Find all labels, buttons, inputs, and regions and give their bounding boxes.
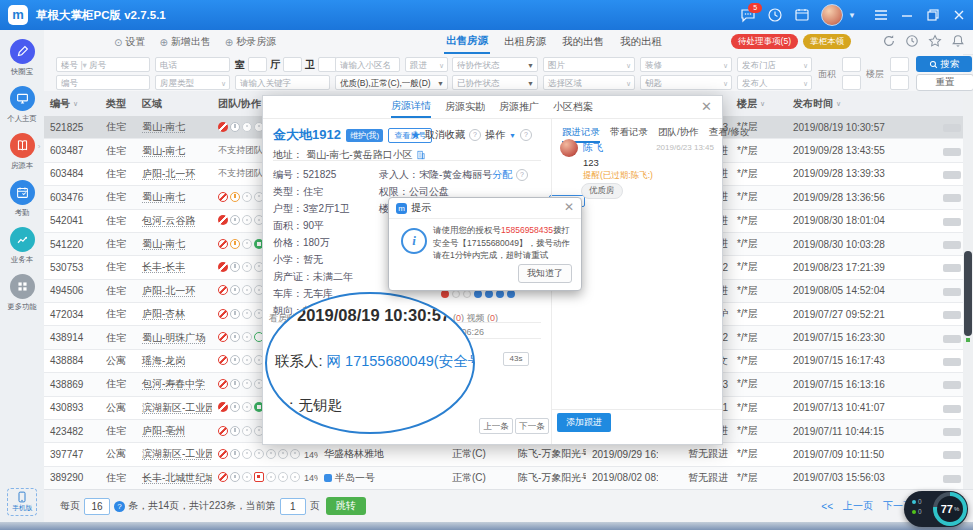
floor-min-input[interactable] <box>890 57 909 72</box>
team-status-icon[interactable] <box>230 215 240 225</box>
team-status-icon[interactable] <box>218 402 228 412</box>
publisher-select[interactable]: 发布人∨ <box>737 75 812 90</box>
team-status-icon[interactable] <box>218 262 228 272</box>
star-icon[interactable] <box>928 34 942 48</box>
team-status-icon[interactable] <box>242 355 252 365</box>
jump-button[interactable]: 跳转 <box>326 497 366 515</box>
community-input[interactable]: 请输入小区名 <box>335 57 400 72</box>
team-status-icon[interactable] <box>218 332 228 342</box>
team-status-icon[interactable] <box>230 449 240 459</box>
refresh-icon[interactable] <box>882 34 896 48</box>
sidebar-item-业务本[interactable]: 业务本 <box>10 227 35 265</box>
team-status-icon[interactable] <box>230 402 240 412</box>
modal-tab-房源实勘[interactable]: 房源实勘 <box>445 97 485 117</box>
team-status-icon[interactable] <box>266 449 276 459</box>
toolbar-action-新增出售[interactable]: ⊕新增出售 <box>159 35 210 49</box>
team-status-icon[interactable] <box>230 262 240 272</box>
performance-gauge-widget[interactable]: 0 0 77 % <box>904 491 968 527</box>
next-item-button[interactable]: 下一条 <box>515 418 549 434</box>
help-icon[interactable]: ? <box>520 129 532 141</box>
team-status-icon[interactable] <box>218 215 228 225</box>
phone-input[interactable]: 电话 <box>155 57 230 72</box>
column-header-id[interactable]: 编号∨ <box>44 91 100 116</box>
team-status-icon[interactable] <box>242 309 252 319</box>
pending-collab-select[interactable]: 待协作状态▼ <box>452 57 538 72</box>
close-icon[interactable] <box>951 7 967 23</box>
add-followup-button[interactable]: 添加跟进 <box>557 413 611 432</box>
team-status-icon[interactable] <box>242 449 252 459</box>
team-status-icon[interactable] <box>290 449 300 459</box>
code-input[interactable]: 编号 <box>56 75 150 90</box>
mobile-version-button[interactable]: 手机版 <box>7 488 38 516</box>
toolbar-action-设置[interactable]: ⊙设置 <box>114 35 145 49</box>
page-input[interactable]: 1 <box>280 498 306 515</box>
rooms-input[interactable] <box>283 57 302 72</box>
avatar-caret-icon[interactable]: ▼ <box>848 11 856 20</box>
modal-tab-房源详情[interactable]: 房源详情 <box>391 96 431 118</box>
favorite-star-icon[interactable]: ★ <box>410 128 421 142</box>
team-status-icon[interactable] <box>242 192 252 202</box>
team-status-icon[interactable] <box>218 309 228 319</box>
team-status-icon[interactable] <box>230 472 240 482</box>
team-status-icon[interactable] <box>230 309 240 319</box>
team-status-icon[interactable] <box>218 192 228 202</box>
picture-select[interactable]: 图片∨ <box>543 57 635 72</box>
alert-ok-button[interactable]: 我知道了 <box>518 264 572 283</box>
team-status-icon[interactable] <box>218 285 228 295</box>
toolbar-action-秒录房源[interactable]: ⊕秒录房源 <box>225 35 276 49</box>
team-status-icon[interactable] <box>242 402 252 412</box>
team-status-icon[interactable] <box>242 332 252 342</box>
contact-phone-link[interactable]: 网 17155680049(安全号)( <box>327 353 475 369</box>
alert-close-icon[interactable]: ✕ <box>564 200 574 214</box>
team-status-icon[interactable] <box>230 239 240 249</box>
publish-store-select[interactable]: 发布门店∨ <box>737 57 812 72</box>
team-status-icon[interactable] <box>230 426 240 436</box>
team-status-icon[interactable] <box>278 472 288 482</box>
keyword-input[interactable]: 请输入关键字 <box>235 75 330 90</box>
column-header-floor[interactable]: 楼层∨ <box>731 91 787 116</box>
team-status-icon[interactable] <box>230 332 240 342</box>
chat-icon[interactable]: 5 <box>740 7 756 23</box>
follow-select[interactable]: 跟进∨ <box>405 57 448 72</box>
team-status-icon[interactable] <box>230 355 240 365</box>
clock-icon[interactable] <box>905 34 919 48</box>
history-icon[interactable] <box>767 7 783 23</box>
team-status-icon[interactable] <box>218 239 228 249</box>
team-status-icon[interactable] <box>242 379 252 389</box>
team-status-icon[interactable] <box>242 215 252 225</box>
perpage-input[interactable]: 16 <box>84 498 110 515</box>
area-min-input[interactable] <box>842 57 861 72</box>
team-status-icon[interactable] <box>230 122 240 132</box>
panel-tab-查看/修改[interactable]: 查看/修改 <box>709 124 750 143</box>
table-row[interactable]: 397747公寓滨湖新区-工业园14%华盛格林雅地正常(C)陈飞-万象阳光号20… <box>44 443 963 466</box>
unfavorite-label[interactable]: 取消收藏 <box>425 128 465 142</box>
team-status-icon[interactable] <box>242 262 252 272</box>
team-status-icon[interactable] <box>278 449 288 459</box>
team-status-icon[interactable] <box>218 355 228 365</box>
team-status-icon[interactable] <box>242 426 252 436</box>
operate-caret-icon[interactable]: ▼ <box>509 132 516 139</box>
rooms-input[interactable] <box>248 57 267 72</box>
team-status-icon[interactable] <box>218 379 228 389</box>
team-status-icon[interactable] <box>218 122 228 132</box>
sidebar-item-房源本[interactable]: 房源本› <box>10 133 35 171</box>
search-button[interactable]: 搜索 <box>916 56 972 72</box>
scrollbar-thumb[interactable] <box>964 251 972 336</box>
nav-tab-出租房源[interactable]: 出租房源 <box>502 31 548 53</box>
sidebar-item-快圈宝[interactable]: 快圈宝 <box>10 39 35 77</box>
operate-menu[interactable]: 操作 <box>485 128 505 142</box>
record-author[interactable]: 陈飞 <box>583 141 603 155</box>
team-status-icon[interactable] <box>266 472 276 482</box>
floor-max-input[interactable] <box>890 75 909 90</box>
reset-button[interactable]: 重置 <box>916 74 973 91</box>
team-status-icon[interactable] <box>254 449 264 459</box>
expand-arrow-icon[interactable]: › <box>38 142 41 151</box>
done-collab-select[interactable]: 已协作状态▼ <box>452 75 538 90</box>
nav-tab-出售房源[interactable]: 出售房源 <box>444 30 490 54</box>
bell-icon[interactable] <box>951 34 965 48</box>
house-type-select[interactable]: 房屋类型∨ <box>155 75 230 90</box>
team-status-icon[interactable] <box>254 472 264 482</box>
minimize-icon[interactable] <box>899 7 915 23</box>
modal-tab-房源推广[interactable]: 房源推广 <box>499 97 539 117</box>
building-icon[interactable] <box>416 150 426 160</box>
